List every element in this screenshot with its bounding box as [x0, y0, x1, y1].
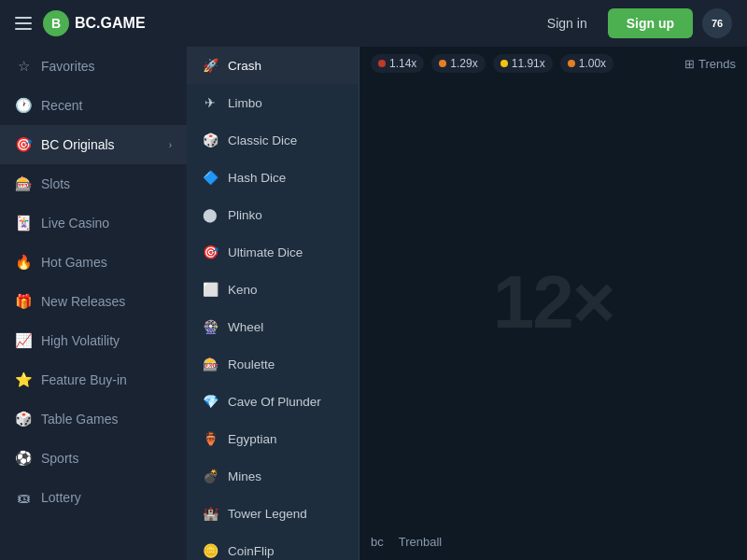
logo-icon: B — [43, 10, 69, 36]
dropdown-item-wheel[interactable]: 🎡 Wheel — [187, 308, 359, 345]
signup-button[interactable]: Sign up — [608, 8, 693, 38]
signin-button[interactable]: Sign in — [536, 10, 599, 36]
sidebar-item-high-volatility[interactable]: 📈 High Volatility — [0, 321, 187, 360]
avatar-badge[interactable]: 76 — [702, 8, 732, 38]
sidebar-item-sports[interactable]: ⚽ Sports — [0, 439, 187, 478]
sidebar-item-label: Recent — [41, 98, 172, 113]
limbo-icon: ✈ — [202, 94, 218, 111]
dropdown-item-label: Mines — [228, 469, 261, 483]
sidebar-item-label: Table Games — [41, 412, 172, 427]
tower-legend-icon: 🏰 — [202, 505, 218, 522]
dropdown-item-label: Egyptian — [228, 432, 277, 446]
live-casino-icon: 🃏 — [15, 215, 32, 231]
new-releases-icon: 🎁 — [15, 293, 32, 310]
sidebar-item-hot-games[interactable]: 🔥 Hot Games — [0, 243, 187, 282]
sidebar-item-favorites[interactable]: ☆ Favorites — [0, 47, 187, 86]
slots-icon: 🎰 — [15, 175, 32, 192]
egyptian-icon: 🏺 — [202, 430, 218, 447]
sidebar-item-table-games[interactable]: 🎲 Table Games — [0, 399, 187, 439]
sidebar-item-label: Favorites — [41, 59, 172, 74]
sidebar-item-label: Sports — [41, 451, 172, 466]
big-multiplier: 12× — [359, 80, 747, 524]
roulette-icon: 🎰 — [202, 356, 218, 372]
tab-trenball[interactable]: Trenball — [399, 531, 442, 553]
bc-originals-dropdown: 🚀 Crash ✈ Limbo 🎲 Classic Dice 🔷 Hash Di… — [187, 47, 359, 560]
keno-icon: ⬜ — [202, 281, 218, 298]
sidebar-item-label: Live Casino — [41, 216, 172, 231]
trend-badge-4: 1.00x — [560, 54, 613, 73]
tab-bc[interactable]: bc — [371, 531, 384, 553]
classic-dice-icon: 🎲 — [202, 132, 218, 148]
wheel-icon: 🎡 — [202, 318, 218, 335]
recent-icon: 🕐 — [15, 97, 32, 114]
sidebar-item-feature-buyin[interactable]: ⭐ Feature Buy-in — [0, 360, 187, 399]
main-area: ☆ Favorites 🕐 Recent 🎯 BC Originals › 🎰 … — [0, 47, 747, 560]
lottery-icon: 🎟 — [15, 489, 32, 506]
dropdown-item-label: Wheel — [228, 320, 263, 334]
trend-dot-1 — [378, 60, 386, 67]
dropdown-item-hash-dice[interactable]: 🔷 Hash Dice — [187, 159, 359, 196]
chevron-right-icon: › — [169, 140, 172, 150]
trends-label[interactable]: ⊞ Trends — [684, 57, 736, 71]
trends-bar: 1.14x 1.29x 11.91x 1.00x ⊞ Trends — [359, 47, 747, 80]
logo-text: BC.GAME — [75, 15, 146, 32]
dropdown-item-label: Keno — [228, 283, 258, 297]
trend-dot-4 — [568, 60, 575, 67]
dropdown-item-tower-legend[interactable]: 🏰 Tower Legend — [187, 495, 359, 532]
sidebar-item-live-casino[interactable]: 🃏 Live Casino — [0, 203, 187, 243]
topbar-left: B BC.GAME — [15, 10, 146, 36]
trend-value-3: 11.91x — [512, 57, 545, 70]
dropdown-item-mines[interactable]: 💣 Mines — [187, 457, 359, 495]
trend-dot-2 — [439, 60, 446, 67]
crash-icon: 🚀 — [202, 57, 218, 74]
dropdown-item-label: Hash Dice — [228, 171, 286, 185]
sidebar-item-label: Slots — [41, 176, 172, 191]
sidebar-item-new-releases[interactable]: 🎁 New Releases — [0, 282, 187, 321]
dropdown-item-label: Crash — [228, 59, 261, 73]
hamburger-button[interactable] — [15, 17, 32, 30]
dropdown-item-label: Cave Of Plunder — [228, 395, 321, 409]
dropdown-item-label: Ultimate Dice — [228, 245, 303, 259]
dropdown-item-egyptian[interactable]: 🏺 Egyptian — [187, 420, 359, 457]
sidebar-item-label: Hot Games — [41, 255, 172, 270]
dropdown-item-crash[interactable]: 🚀 Crash — [187, 47, 359, 84]
trends-text: Trends — [698, 57, 736, 71]
sidebar-item-label: BC Originals — [41, 137, 160, 152]
cave-of-plunder-icon: 💎 — [202, 393, 218, 410]
dropdown-item-label: Classic Dice — [228, 133, 297, 147]
logo: B BC.GAME — [43, 10, 146, 36]
topbar-right: Sign in Sign up 76 — [536, 8, 732, 38]
trend-value-2: 1.29x — [450, 57, 477, 70]
dropdown-item-roulette[interactable]: 🎰 Roulette — [187, 345, 359, 383]
dropdown-item-ultimate-dice[interactable]: 🎯 Ultimate Dice — [187, 233, 359, 271]
hot-games-icon: 🔥 — [15, 254, 32, 271]
dropdown-item-label: Plinko — [228, 208, 262, 222]
sidebar-item-label: High Volatility — [41, 333, 172, 348]
dropdown-item-classic-dice[interactable]: 🎲 Classic Dice — [187, 121, 359, 159]
sidebar: ☆ Favorites 🕐 Recent 🎯 BC Originals › 🎰 … — [0, 47, 187, 560]
table-games-icon: 🎲 — [15, 411, 32, 427]
dropdown-item-limbo[interactable]: ✈ Limbo — [187, 84, 359, 121]
plinko-icon: ⬤ — [202, 206, 218, 223]
sidebar-item-recent[interactable]: 🕐 Recent — [0, 86, 187, 125]
trend-value-4: 1.00x — [579, 57, 606, 70]
coinflip-icon: 🪙 — [202, 542, 218, 559]
dropdown-item-keno[interactable]: ⬜ Keno — [187, 271, 359, 308]
dropdown-item-cave-of-plunder[interactable]: 💎 Cave Of Plunder — [187, 383, 359, 420]
bc-originals-icon: 🎯 — [15, 136, 32, 153]
sidebar-item-label: Feature Buy-in — [41, 372, 172, 387]
dropdown-item-coinflip[interactable]: 🪙 CoinFlip — [187, 532, 359, 560]
feature-buyin-icon: ⭐ — [15, 371, 32, 388]
mines-icon: 💣 — [202, 468, 218, 484]
dropdown-item-plinko[interactable]: ⬤ Plinko — [187, 196, 359, 233]
sidebar-item-slots[interactable]: 🎰 Slots — [0, 164, 187, 203]
sidebar-item-bc-originals[interactable]: 🎯 BC Originals › — [0, 125, 187, 164]
favorites-icon: ☆ — [15, 58, 32, 75]
sidebar-item-lottery[interactable]: 🎟 Lottery — [0, 478, 187, 517]
sports-icon: ⚽ — [15, 450, 32, 467]
multiplier-value: 12× — [493, 259, 614, 345]
high-volatility-icon: 📈 — [15, 332, 32, 349]
trend-badge-1: 1.14x — [371, 54, 424, 73]
hash-dice-icon: 🔷 — [202, 169, 218, 186]
trend-value-1: 1.14x — [389, 57, 416, 70]
